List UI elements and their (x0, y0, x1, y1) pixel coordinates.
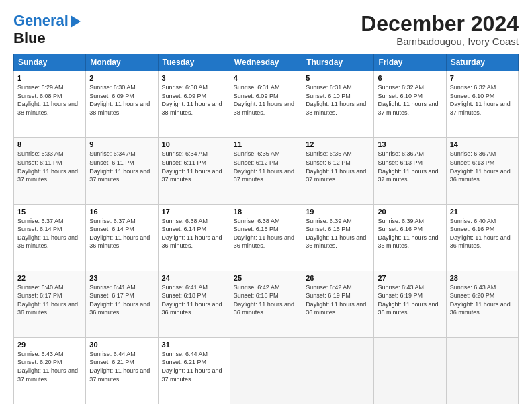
day-number: 27 (378, 274, 442, 282)
calendar-week-2: 8Sunrise: 6:33 AMSunset: 6:11 PMDaylight… (14, 138, 519, 204)
day-info: Sunrise: 6:30 AMSunset: 6:09 PMDaylight:… (162, 84, 222, 116)
calendar-header-sunday: Sunday (14, 54, 86, 71)
day-info: Sunrise: 6:40 AMSunset: 6:16 PMDaylight:… (450, 218, 511, 250)
day-number: 19 (306, 208, 370, 216)
calendar-header-wednesday: Wednesday (230, 54, 302, 71)
calendar-header-tuesday: Tuesday (158, 54, 230, 71)
page: General Blue December 2024 Bambadougou, … (0, 0, 532, 411)
day-info: Sunrise: 6:37 AMSunset: 6:14 PMDaylight:… (17, 218, 78, 250)
calendar-cell: 31Sunrise: 6:44 AMSunset: 6:21 PMDayligh… (158, 337, 230, 404)
day-info: Sunrise: 6:32 AMSunset: 6:10 PMDaylight:… (378, 84, 438, 116)
calendar-cell (446, 337, 518, 404)
day-number: 6 (378, 74, 442, 82)
day-number: 22 (17, 274, 82, 282)
calendar-table: SundayMondayTuesdayWednesdayThursdayFrid… (13, 54, 519, 404)
day-number: 13 (378, 140, 442, 148)
calendar-cell: 20Sunrise: 6:39 AMSunset: 6:16 PMDayligh… (374, 204, 446, 271)
calendar-cell: 27Sunrise: 6:43 AMSunset: 6:19 PMDayligh… (374, 271, 446, 337)
day-info: Sunrise: 6:30 AMSunset: 6:09 PMDaylight:… (89, 84, 150, 116)
day-number: 14 (450, 140, 515, 148)
calendar-header-saturday: Saturday (446, 54, 518, 71)
day-info: Sunrise: 6:35 AMSunset: 6:12 PMDaylight:… (234, 150, 294, 183)
day-info: Sunrise: 6:41 AMSunset: 6:18 PMDaylight:… (162, 284, 222, 316)
day-info: Sunrise: 6:32 AMSunset: 6:10 PMDaylight:… (450, 84, 511, 116)
day-info: Sunrise: 6:42 AMSunset: 6:18 PMDaylight:… (234, 284, 294, 316)
calendar-cell: 28Sunrise: 6:43 AMSunset: 6:20 PMDayligh… (446, 271, 518, 337)
day-info: Sunrise: 6:44 AMSunset: 6:21 PMDaylight:… (162, 351, 222, 383)
day-number: 26 (306, 274, 370, 282)
day-info: Sunrise: 6:35 AMSunset: 6:12 PMDaylight:… (306, 150, 366, 183)
calendar-cell: 8Sunrise: 6:33 AMSunset: 6:11 PMDaylight… (14, 138, 86, 204)
calendar-cell: 14Sunrise: 6:36 AMSunset: 6:13 PMDayligh… (446, 138, 518, 204)
day-number: 28 (450, 274, 515, 282)
calendar-header-row: SundayMondayTuesdayWednesdayThursdayFrid… (14, 54, 519, 71)
calendar-cell: 24Sunrise: 6:41 AMSunset: 6:18 PMDayligh… (158, 271, 230, 337)
day-number: 31 (162, 340, 226, 349)
calendar-cell: 10Sunrise: 6:34 AMSunset: 6:11 PMDayligh… (158, 138, 230, 204)
day-info: Sunrise: 6:34 AMSunset: 6:11 PMDaylight:… (162, 150, 222, 183)
calendar-week-5: 29Sunrise: 6:43 AMSunset: 6:20 PMDayligh… (14, 337, 519, 404)
day-number: 30 (89, 340, 154, 349)
title-block: December 2024 Bambadougou, Ivory Coast (361, 12, 519, 47)
calendar-cell: 22Sunrise: 6:40 AMSunset: 6:17 PMDayligh… (14, 271, 86, 337)
day-number: 17 (162, 208, 226, 216)
calendar-cell: 23Sunrise: 6:41 AMSunset: 6:17 PMDayligh… (86, 271, 158, 337)
calendar-cell: 29Sunrise: 6:43 AMSunset: 6:20 PMDayligh… (14, 337, 86, 404)
day-info: Sunrise: 6:38 AMSunset: 6:14 PMDaylight:… (162, 218, 222, 250)
calendar-location: Bambadougou, Ivory Coast (361, 36, 519, 47)
day-number: 23 (89, 274, 154, 282)
day-number: 10 (162, 140, 226, 148)
calendar-header-monday: Monday (86, 54, 158, 71)
calendar-cell: 21Sunrise: 6:40 AMSunset: 6:16 PMDayligh… (446, 204, 518, 271)
day-info: Sunrise: 6:41 AMSunset: 6:17 PMDaylight:… (89, 284, 150, 316)
calendar-week-3: 15Sunrise: 6:37 AMSunset: 6:14 PMDayligh… (14, 204, 519, 271)
calendar-cell (374, 337, 446, 404)
calendar-title: December 2024 (361, 12, 519, 36)
day-number: 21 (450, 208, 515, 216)
day-info: Sunrise: 6:39 AMSunset: 6:15 PMDaylight:… (306, 218, 366, 250)
day-number: 25 (234, 274, 298, 282)
calendar-cell: 2Sunrise: 6:30 AMSunset: 6:09 PMDaylight… (86, 71, 158, 138)
calendar-header-friday: Friday (374, 54, 446, 71)
day-number: 20 (378, 208, 442, 216)
day-info: Sunrise: 6:36 AMSunset: 6:13 PMDaylight:… (378, 150, 438, 183)
day-number: 7 (450, 74, 515, 82)
logo-general: General (13, 12, 69, 30)
day-number: 12 (306, 140, 370, 148)
day-info: Sunrise: 6:37 AMSunset: 6:14 PMDaylight:… (89, 218, 150, 250)
calendar-cell: 4Sunrise: 6:31 AMSunset: 6:09 PMDaylight… (230, 71, 302, 138)
day-info: Sunrise: 6:42 AMSunset: 6:19 PMDaylight:… (306, 284, 366, 316)
calendar-week-4: 22Sunrise: 6:40 AMSunset: 6:17 PMDayligh… (14, 271, 519, 337)
calendar-cell: 12Sunrise: 6:35 AMSunset: 6:12 PMDayligh… (302, 138, 374, 204)
calendar-cell (230, 337, 302, 404)
calendar-cell: 3Sunrise: 6:30 AMSunset: 6:09 PMDaylight… (158, 71, 230, 138)
day-info: Sunrise: 6:43 AMSunset: 6:20 PMDaylight:… (450, 284, 511, 316)
day-info: Sunrise: 6:40 AMSunset: 6:17 PMDaylight:… (17, 284, 78, 316)
day-number: 16 (89, 208, 154, 216)
logo-blue: Blue (13, 30, 46, 46)
day-number: 1 (17, 74, 82, 82)
calendar-cell: 18Sunrise: 6:38 AMSunset: 6:15 PMDayligh… (230, 204, 302, 271)
day-info: Sunrise: 6:36 AMSunset: 6:13 PMDaylight:… (450, 150, 511, 183)
logo-arrow-icon (71, 15, 81, 28)
calendar-cell: 17Sunrise: 6:38 AMSunset: 6:14 PMDayligh… (158, 204, 230, 271)
calendar-cell: 30Sunrise: 6:44 AMSunset: 6:21 PMDayligh… (86, 337, 158, 404)
calendar-cell: 9Sunrise: 6:34 AMSunset: 6:11 PMDaylight… (86, 138, 158, 204)
calendar-cell (302, 337, 374, 404)
calendar-header-thursday: Thursday (302, 54, 374, 71)
day-number: 9 (89, 140, 154, 148)
calendar-cell: 25Sunrise: 6:42 AMSunset: 6:18 PMDayligh… (230, 271, 302, 337)
header: General Blue December 2024 Bambadougou, … (13, 12, 519, 47)
day-number: 29 (17, 340, 82, 349)
day-info: Sunrise: 6:44 AMSunset: 6:21 PMDaylight:… (89, 351, 150, 383)
day-info: Sunrise: 6:31 AMSunset: 6:09 PMDaylight:… (234, 84, 294, 116)
day-info: Sunrise: 6:43 AMSunset: 6:19 PMDaylight:… (378, 284, 438, 316)
day-info: Sunrise: 6:34 AMSunset: 6:11 PMDaylight:… (89, 150, 150, 183)
day-number: 18 (234, 208, 298, 216)
day-number: 11 (234, 140, 298, 148)
day-info: Sunrise: 6:33 AMSunset: 6:11 PMDaylight:… (17, 150, 78, 183)
calendar-cell: 7Sunrise: 6:32 AMSunset: 6:10 PMDaylight… (446, 71, 518, 138)
day-number: 24 (162, 274, 226, 282)
calendar-cell: 11Sunrise: 6:35 AMSunset: 6:12 PMDayligh… (230, 138, 302, 204)
calendar-week-1: 1Sunrise: 6:29 AMSunset: 6:08 PMDaylight… (14, 71, 519, 138)
